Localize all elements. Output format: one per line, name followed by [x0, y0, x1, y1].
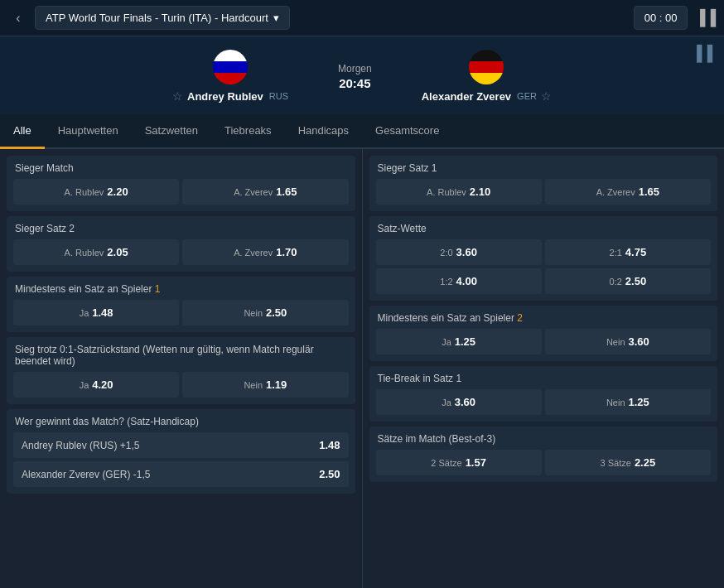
bet-row-sieger-satz1: A. Rublev 2.10 A. Zverev 1.65 — [369, 179, 718, 211]
score-cell-12[interactable]: 1:2 4.00 — [376, 268, 542, 294]
bet-btn-nein-trotz[interactable]: Nein 1.19 — [182, 372, 348, 398]
bet-row-tiebreak-satz1: Ja 3.60 Nein 1.25 — [369, 389, 718, 422]
bet-row-mindestens-satz2: Ja 1.25 Nein 3.60 — [369, 329, 718, 361]
match-time-block: Morgen 20:45 — [338, 63, 372, 90]
match-time-value: 20:45 — [338, 76, 372, 90]
player2: Alexander Zverev GER ☆ — [422, 50, 552, 103]
bet-btn-ja-satz1[interactable]: Ja 1.48 — [13, 300, 179, 325]
section-title-saetze-match: Sätze im Match (Best-of-3) — [369, 427, 718, 450]
bet-row-sieger-match: A. Rublev 2.20 A. Zverev 1.65 — [7, 179, 355, 211]
section-sieg-trotz: Sieg trotz 0:1-Satzrückstand (Wetten nur… — [7, 337, 355, 404]
player1: ☆ Andrey Rublev RUS — [172, 50, 288, 103]
bet-btn-zverev-satz2[interactable]: A. Zverev 1.70 — [182, 239, 348, 265]
player1-country: RUS — [269, 91, 288, 101]
bet-row-sieg-trotz: Ja 4.20 Nein 1.19 — [7, 372, 355, 404]
bet-btn-nein-satz1[interactable]: Nein 2.50 — [182, 300, 348, 325]
score-grid-satz-wette: 2:0 3.60 2:1 4.75 1:2 4.00 0:2 2.50 — [369, 239, 718, 301]
bet-btn-nein-tiebreak[interactable]: Nein 1.25 — [545, 389, 711, 415]
section-satz-wette: Satz-Wette 2:0 3.60 2:1 4.75 1:2 4.00 0:… — [369, 216, 718, 301]
player2-flag — [469, 50, 504, 84]
section-mindestens-satz2: Mindestens ein Satz an Spieler 2 Ja 1.25… — [369, 306, 718, 361]
player2-star[interactable]: ☆ — [541, 89, 552, 103]
section-title-satz-wette: Satz-Wette — [369, 216, 718, 239]
tabs-bar: Alle Hauptwetten Satzwetten Tiebreaks Ha… — [0, 114, 724, 149]
player1-name-row: ☆ Andrey Rublev RUS — [172, 89, 288, 103]
top-bar-left: ‹ ATP World Tour Finals - Turin (ITA) - … — [8, 6, 290, 30]
top-bar: ‹ ATP World Tour Finals - Turin (ITA) - … — [0, 0, 724, 36]
bet-btn-rublev-match[interactable]: A. Rublev 2.20 — [13, 179, 179, 205]
section-sieger-satz2: Sieger Satz 2 A. Rublev 2.05 A. Zverev 1… — [7, 216, 355, 272]
section-title-sieger-match: Sieger Match — [7, 156, 355, 179]
player1-flag — [213, 50, 248, 84]
bet-btn-ja-tiebreak[interactable]: Ja 3.60 — [376, 389, 542, 415]
player2-country: GER — [517, 91, 537, 101]
tab-satzwetten[interactable]: Satzwetten — [132, 114, 211, 149]
bet-btn-nein-satz2[interactable]: Nein 3.60 — [545, 329, 711, 354]
section-title-tiebreak-satz1: Tie-Break in Satz 1 — [369, 366, 718, 389]
bet-full-item-rublev[interactable]: Andrey Rublev (RUS) +1,5 1.48 — [13, 432, 349, 458]
right-column: Sieger Satz 1 A. Rublev 2.10 A. Zverev 1… — [363, 149, 725, 588]
section-satz-handicap: Wer gewinnt das Match? (Satz-Handicap) A… — [7, 409, 355, 494]
bet-full-list-handicap: Andrey Rublev (RUS) +1,5 1.48 Alexander … — [7, 432, 355, 494]
bet-row-sieger-satz2: A. Rublev 2.05 A. Zverev 1.70 — [7, 239, 355, 272]
match-title-label: ATP World Tour Finals - Turin (ITA) - Ha… — [46, 12, 268, 24]
stats-icon[interactable]: ▐▐ — [694, 9, 716, 27]
section-sieger-satz1: Sieger Satz 1 A. Rublev 2.10 A. Zverev 1… — [369, 156, 718, 211]
left-column: Sieger Match A. Rublev 2.20 A. Zverev 1.… — [0, 149, 363, 588]
match-time-label: Morgen — [338, 63, 372, 75]
section-title-mindestens-satz2: Mindestens ein Satz an Spieler 2 — [369, 306, 718, 329]
player2-name: Alexander Zverev — [422, 90, 511, 103]
bet-btn-rublev-satz2[interactable]: A. Rublev 2.05 — [13, 239, 179, 265]
section-title-mindestens-satz1: Mindestens ein Satz an Spieler 1 — [7, 277, 355, 300]
section-saetze-match: Sätze im Match (Best-of-3) 2 Sätze 1.57 … — [369, 427, 718, 482]
player1-star[interactable]: ☆ — [172, 89, 183, 103]
score-button[interactable]: 00 : 00 — [634, 6, 688, 30]
bet-btn-zverev-satz1[interactable]: A. Zverev 1.65 — [545, 179, 711, 205]
content-area: Sieger Match A. Rublev 2.20 A. Zverev 1.… — [0, 149, 724, 588]
section-sieger-match: Sieger Match A. Rublev 2.20 A. Zverev 1.… — [7, 156, 355, 211]
back-button[interactable]: ‹ — [8, 8, 28, 28]
bet-btn-ja-satz2[interactable]: Ja 1.25 — [376, 329, 542, 354]
section-title-sieger-satz2: Sieger Satz 2 — [7, 216, 355, 239]
bet-full-item-zverev[interactable]: Alexander Zverev (GER) -1,5 2.50 — [13, 461, 349, 487]
match-title-button[interactable]: ATP World Tour Finals - Turin (ITA) - Ha… — [35, 6, 290, 30]
bet-btn-ja-trotz[interactable]: Ja 4.20 — [13, 372, 179, 398]
bet-btn-3-saetze[interactable]: 3 Sätze 2.25 — [545, 450, 711, 475]
section-title-satz-handicap: Wer gewinnt das Match? (Satz-Handicap) — [7, 409, 355, 432]
match-header: ▐▐ ☆ Andrey Rublev RUS Morgen 20:45 Alex… — [0, 36, 724, 114]
score-cell-20[interactable]: 2:0 3.60 — [376, 239, 542, 265]
section-title-sieger-satz1: Sieger Satz 1 — [369, 156, 718, 179]
top-bar-right: 00 : 00 ▐▐ — [634, 6, 716, 30]
player1-name: Andrey Rublev — [187, 90, 263, 103]
bet-row-saetze-match: 2 Sätze 1.57 3 Sätze 2.25 — [369, 450, 718, 482]
tab-alle[interactable]: Alle — [0, 114, 45, 149]
score-cell-02[interactable]: 0:2 2.50 — [545, 268, 711, 294]
section-title-sieg-trotz: Sieg trotz 0:1-Satzrückstand (Wetten nur… — [7, 337, 355, 372]
dropdown-icon: ▾ — [273, 12, 279, 24]
score-cell-21[interactable]: 2:1 4.75 — [545, 239, 711, 265]
section-mindestens-satz1: Mindestens ein Satz an Spieler 1 Ja 1.48… — [7, 277, 355, 332]
tab-hauptwetten[interactable]: Hauptwetten — [45, 114, 132, 149]
player2-name-row: Alexander Zverev GER ☆ — [422, 89, 552, 103]
tab-tiebreaks[interactable]: Tiebreaks — [211, 114, 285, 149]
bet-row-mindestens-satz1: Ja 1.48 Nein 2.50 — [7, 300, 355, 332]
tab-handicaps[interactable]: Handicaps — [285, 114, 362, 149]
stats-corner-icon[interactable]: ▐▐ — [691, 45, 712, 62]
bet-btn-2-saetze[interactable]: 2 Sätze 1.57 — [376, 450, 542, 475]
section-tiebreak-satz1: Tie-Break in Satz 1 Ja 3.60 Nein 1.25 — [369, 366, 718, 422]
bet-btn-rublev-satz1[interactable]: A. Rublev 2.10 — [376, 179, 542, 205]
bet-btn-zverev-match[interactable]: A. Zverev 1.65 — [182, 179, 348, 205]
tab-gesamtscore[interactable]: Gesamtscore — [362, 114, 452, 149]
